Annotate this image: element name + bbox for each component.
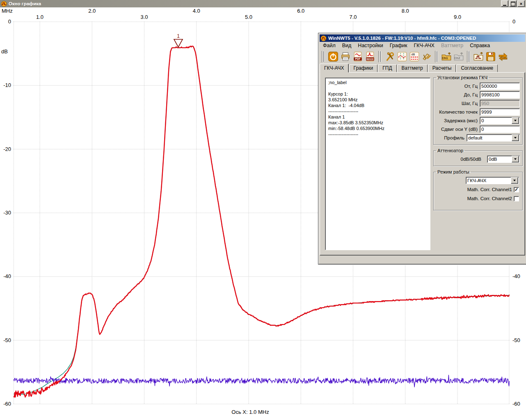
info-line: max:-3.85dB 3.552350MHz [328,120,430,126]
attenuator-combobox[interactable]: 0dB [487,155,520,163]
delay-label: Задержка (мкс) [436,118,480,123]
x-tick-label: 6.0 [297,8,304,14]
power-icon [328,51,338,62]
x-tick-label: 3.0 [140,14,148,20]
cursor-marker-label: 1 [177,33,180,39]
db-scale-icon: dB [409,51,420,62]
chevron-down-icon [514,120,517,121]
chevron-down-icon [513,180,516,181]
image-icon: IMAGE [365,51,375,62]
close-button[interactable]: × [517,0,525,7]
profile-label: Профиль [436,135,467,140]
save-button[interactable] [485,50,497,63]
cursor-marker[interactable] [174,39,183,47]
tab-matching[interactable]: Согласование [456,64,498,72]
chevron-down-icon [514,158,517,160]
x-tick-label: 1.0 [36,14,43,20]
exchange-button[interactable] [497,50,509,63]
y-shift-input[interactable] [480,126,520,133]
info-line: Канал 1: -4.04dB [328,103,430,108]
menu-settings[interactable]: Настройки [354,42,386,49]
maximize-button[interactable] [509,0,517,7]
work-mode-combobox[interactable]: ГКЧ-АЧХ [466,177,519,184]
toolbar-separator [378,51,380,62]
y-tick-label-left: -20 [3,146,11,152]
y-tick-label-right: -40 [512,273,520,279]
svg-text:dB: dB [411,53,415,56]
app-titlebar[interactable]: WinNWT5 - V.5.1.0.1826 - FW:1.19:V10 - h… [320,34,525,42]
toolbar-separator [322,51,323,62]
x-tick-label: 2.0 [88,8,96,14]
trace-channel2 [14,375,509,387]
tab-graphs[interactable]: Графики [349,64,378,72]
attenuator-group: Аттенюатор 0dB/50dB 0dB [433,148,523,166]
curve-cursors-icon [397,51,407,62]
multitool-icon [421,51,432,62]
close-icon: × [520,2,522,6]
y-tick-label-right: -60 [512,401,520,407]
y-tick-label-left: -40 [3,273,11,279]
load-curve-button[interactable] [472,50,485,63]
info-line: -------------------- [328,131,430,137]
sweep-settings-group: Установки режима ГКЧ От, Гц До, Гц Шаг, … [433,75,523,145]
tab-wattmeter[interactable]: Ваттметр [397,64,428,72]
y-tick-label-right: -50 [512,337,520,343]
multitool-button[interactable] [421,50,433,63]
x-axis-caption: Ось X: 1.0 MHz [231,409,269,415]
to-hz-input[interactable] [480,91,520,98]
power-button[interactable] [327,50,339,63]
print-button[interactable] [339,50,352,63]
graph-window-titlebar[interactable]: Окно графика × [0,0,526,7]
export-image-button[interactable]: IMAGE [364,50,376,63]
toolbar-separator [467,51,469,62]
dropdown-arrow-button[interactable] [512,135,519,141]
step-hz-label: Шаг, Гц [436,101,480,106]
tab-vfo[interactable]: ГПД [378,64,396,72]
attenuator-label: 0dB/50dB [436,157,487,162]
minimize-button[interactable] [501,0,508,7]
save-floppy-icon [485,51,496,62]
pdf-icon: PDF [352,51,363,62]
y-tick-label-left: -10 [3,82,11,88]
info-line: 3.652100 MHz [328,97,430,103]
settings-tools-button[interactable] [384,50,396,63]
info-line: ;no_label [328,80,430,85]
tab-calculations[interactable]: Расчеты [428,64,456,72]
dropdown-arrow-button[interactable] [511,177,518,184]
menu-wattmeter[interactable]: Ваттметр [438,42,467,49]
math-corr-ch2-checkbox[interactable] [514,196,519,201]
menu-graph[interactable]: График [386,42,411,49]
menu-view[interactable]: Вид [339,42,355,49]
tab-strip: ГКЧ-АЧХ Графики ГПД Ваттметр Расчеты Сог… [320,64,525,72]
profile-combobox[interactable]: default [467,134,520,142]
exchange-arrows-icon [498,51,508,62]
menu-sweep[interactable]: ГКЧ-АЧХ [410,42,438,49]
step-hz-input [480,100,520,107]
menubar: Файл Вид Настройки График ГКЧ-АЧХ Ваттме… [320,42,525,49]
menu-help[interactable]: Справка [467,42,493,49]
attenuator-legend: Аттенюатор [436,148,464,153]
work-mode-legend: Режим работы [436,169,471,174]
channel2-load-button[interactable]: Ch2 [453,50,465,63]
dropdown-arrow-button[interactable] [512,117,519,124]
ch2-folder-icon: Ch2 [453,51,464,62]
maximize-icon [511,2,515,6]
points-count-input[interactable] [480,108,520,116]
app-statusbar [320,256,525,263]
db-scale-button[interactable]: dB [408,50,421,63]
svg-text:PDF: PDF [355,57,361,60]
winnwt-logo-icon [1,1,7,7]
export-pdf-button[interactable]: PDF [352,50,364,63]
from-hz-input[interactable] [480,82,520,90]
delay-combobox[interactable]: 0 [480,117,520,124]
tab-sweep[interactable]: ГКЧ-АЧХ [320,64,349,73]
math-corr-ch1-checkbox[interactable]: ✓ [514,187,519,192]
menu-file[interactable]: Файл [320,42,339,49]
y-shift-label: Сдвиг оси Y (dB) [436,127,480,132]
graph-cursor-button[interactable] [396,50,408,63]
toolbar: PDF IMAGE [320,49,525,64]
channel1-load-button[interactable]: Ch1 [440,50,453,63]
dropdown-arrow-button[interactable] [512,156,519,162]
info-line [328,85,430,91]
info-line: Курсор 1: [328,91,430,97]
